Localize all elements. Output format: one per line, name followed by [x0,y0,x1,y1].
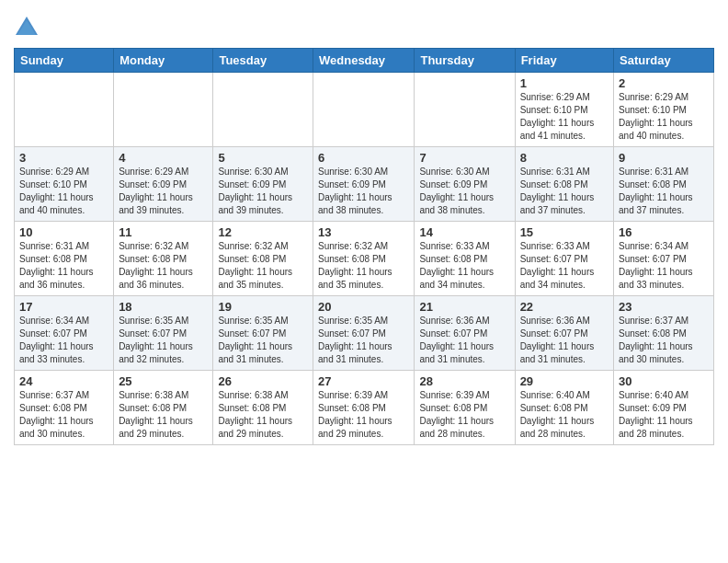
calendar-cell: 7Sunrise: 6:30 AMSunset: 6:09 PMDaylight… [415,147,515,222]
day-number: 18 [119,300,208,314]
calendar-cell: 25Sunrise: 6:38 AMSunset: 6:08 PMDayligh… [114,371,213,445]
day-number: 22 [520,300,609,314]
day-info: Sunrise: 6:32 AMSunset: 6:08 PMDaylight:… [218,240,308,292]
calendar-table: SundayMondayTuesdayWednesdayThursdayFrid… [14,48,714,445]
weekday-header-thursday: Thursday [415,49,515,73]
day-info: Sunrise: 6:37 AMSunset: 6:08 PMDaylight:… [619,315,709,366]
day-info: Sunrise: 6:32 AMSunset: 6:08 PMDaylight:… [318,240,409,292]
day-info: Sunrise: 6:40 AMSunset: 6:09 PMDaylight:… [619,389,709,441]
day-info: Sunrise: 6:33 AMSunset: 6:07 PMDaylight:… [520,240,609,292]
day-number: 14 [419,225,509,239]
day-number: 7 [419,151,509,165]
calendar-cell: 27Sunrise: 6:39 AMSunset: 6:08 PMDayligh… [313,371,415,445]
day-number: 1 [520,76,609,90]
day-number: 5 [218,151,308,165]
week-row-3: 10Sunrise: 6:31 AMSunset: 6:08 PMDayligh… [15,222,714,296]
calendar-cell: 30Sunrise: 6:40 AMSunset: 6:09 PMDayligh… [614,371,714,445]
day-number: 11 [119,225,208,239]
day-number: 23 [619,300,709,314]
weekday-header-saturday: Saturday [614,49,714,73]
calendar-cell: 3Sunrise: 6:29 AMSunset: 6:10 PMDaylight… [15,147,114,222]
day-number: 8 [520,151,609,165]
day-number: 15 [520,225,609,239]
day-info: Sunrise: 6:32 AMSunset: 6:08 PMDaylight:… [119,240,208,292]
day-info: Sunrise: 6:31 AMSunset: 6:08 PMDaylight:… [19,240,108,292]
weekday-header-row: SundayMondayTuesdayWednesdayThursdayFrid… [15,49,714,73]
day-info: Sunrise: 6:40 AMSunset: 6:08 PMDaylight:… [520,389,609,441]
calendar-cell [313,73,415,147]
day-number: 16 [619,225,709,239]
day-number: 27 [318,374,409,388]
calendar-cell: 28Sunrise: 6:39 AMSunset: 6:08 PMDayligh… [415,371,515,445]
day-number: 28 [419,374,509,388]
week-row-5: 24Sunrise: 6:37 AMSunset: 6:08 PMDayligh… [15,371,714,445]
calendar-cell: 1Sunrise: 6:29 AMSunset: 6:10 PMDaylight… [515,73,613,147]
day-number: 21 [419,300,509,314]
calendar-cell: 10Sunrise: 6:31 AMSunset: 6:08 PMDayligh… [15,222,114,296]
calendar-cell: 8Sunrise: 6:31 AMSunset: 6:08 PMDaylight… [515,147,613,222]
day-info: Sunrise: 6:29 AMSunset: 6:10 PMDaylight:… [520,91,609,143]
calendar-cell: 11Sunrise: 6:32 AMSunset: 6:08 PMDayligh… [114,222,213,296]
page: SundayMondayTuesdayWednesdayThursdayFrid… [0,0,728,459]
weekday-header-sunday: Sunday [15,49,114,73]
logo-icon [14,15,40,40]
day-number: 29 [520,374,609,388]
weekday-header-monday: Monday [114,49,213,73]
day-info: Sunrise: 6:31 AMSunset: 6:08 PMDaylight:… [520,166,609,217]
day-info: Sunrise: 6:39 AMSunset: 6:08 PMDaylight:… [419,389,509,441]
day-number: 2 [619,76,709,90]
calendar-cell: 2Sunrise: 6:29 AMSunset: 6:10 PMDaylight… [614,73,714,147]
day-number: 24 [19,374,108,388]
calendar-cell: 22Sunrise: 6:36 AMSunset: 6:07 PMDayligh… [515,296,613,371]
week-row-2: 3Sunrise: 6:29 AMSunset: 6:10 PMDaylight… [15,147,714,222]
day-number: 25 [119,374,208,388]
day-info: Sunrise: 6:29 AMSunset: 6:09 PMDaylight:… [119,166,208,217]
day-info: Sunrise: 6:29 AMSunset: 6:10 PMDaylight:… [19,166,108,217]
day-number: 6 [318,151,409,165]
day-number: 13 [318,225,409,239]
day-info: Sunrise: 6:39 AMSunset: 6:08 PMDaylight:… [318,389,409,441]
day-info: Sunrise: 6:34 AMSunset: 6:07 PMDaylight:… [19,315,108,366]
calendar-cell: 21Sunrise: 6:36 AMSunset: 6:07 PMDayligh… [415,296,515,371]
day-info: Sunrise: 6:36 AMSunset: 6:07 PMDaylight:… [520,315,609,366]
calendar-cell: 23Sunrise: 6:37 AMSunset: 6:08 PMDayligh… [614,296,714,371]
weekday-header-friday: Friday [515,49,613,73]
calendar-cell: 15Sunrise: 6:33 AMSunset: 6:07 PMDayligh… [515,222,613,296]
calendar-cell: 17Sunrise: 6:34 AMSunset: 6:07 PMDayligh… [15,296,114,371]
day-info: Sunrise: 6:29 AMSunset: 6:10 PMDaylight:… [619,91,709,143]
day-number: 30 [619,374,709,388]
week-row-4: 17Sunrise: 6:34 AMSunset: 6:07 PMDayligh… [15,296,714,371]
day-info: Sunrise: 6:30 AMSunset: 6:09 PMDaylight:… [419,166,509,217]
day-info: Sunrise: 6:36 AMSunset: 6:07 PMDaylight:… [419,315,509,366]
calendar-cell: 24Sunrise: 6:37 AMSunset: 6:08 PMDayligh… [15,371,114,445]
weekday-header-wednesday: Wednesday [313,49,415,73]
calendar-cell: 9Sunrise: 6:31 AMSunset: 6:08 PMDaylight… [614,147,714,222]
calendar-cell [213,73,313,147]
calendar-cell [114,73,213,147]
weekday-header-tuesday: Tuesday [213,49,313,73]
calendar-cell: 16Sunrise: 6:34 AMSunset: 6:07 PMDayligh… [614,222,714,296]
calendar-cell: 4Sunrise: 6:29 AMSunset: 6:09 PMDaylight… [114,147,213,222]
day-info: Sunrise: 6:35 AMSunset: 6:07 PMDaylight:… [218,315,308,366]
day-number: 12 [218,225,308,239]
day-info: Sunrise: 6:35 AMSunset: 6:07 PMDaylight:… [119,315,208,366]
day-number: 9 [619,151,709,165]
day-info: Sunrise: 6:38 AMSunset: 6:08 PMDaylight:… [119,389,208,441]
day-info: Sunrise: 6:33 AMSunset: 6:08 PMDaylight:… [419,240,509,292]
calendar-cell: 12Sunrise: 6:32 AMSunset: 6:08 PMDayligh… [213,222,313,296]
day-number: 19 [218,300,308,314]
calendar-cell: 5Sunrise: 6:30 AMSunset: 6:09 PMDaylight… [213,147,313,222]
calendar-cell: 18Sunrise: 6:35 AMSunset: 6:07 PMDayligh… [114,296,213,371]
day-info: Sunrise: 6:35 AMSunset: 6:07 PMDaylight:… [318,315,409,366]
calendar-cell [415,73,515,147]
calendar-cell: 19Sunrise: 6:35 AMSunset: 6:07 PMDayligh… [213,296,313,371]
calendar-cell: 6Sunrise: 6:30 AMSunset: 6:09 PMDaylight… [313,147,415,222]
day-info: Sunrise: 6:38 AMSunset: 6:08 PMDaylight:… [218,389,308,441]
logo [14,15,42,40]
calendar-cell: 13Sunrise: 6:32 AMSunset: 6:08 PMDayligh… [313,222,415,296]
calendar-cell [15,73,114,147]
calendar-cell: 29Sunrise: 6:40 AMSunset: 6:08 PMDayligh… [515,371,613,445]
day-number: 4 [119,151,208,165]
day-info: Sunrise: 6:31 AMSunset: 6:08 PMDaylight:… [619,166,709,217]
day-number: 3 [19,151,108,165]
